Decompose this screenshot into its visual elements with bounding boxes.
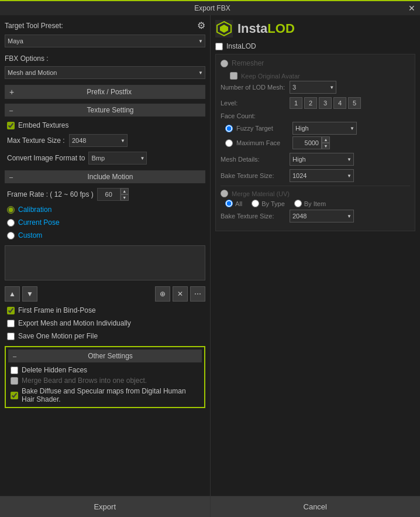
svg-marker-1 [220,25,228,33]
max-texture-size-row: Max Texture Size : 2048 [5,133,205,148]
fuzzy-target-select-wrapper: High [292,122,357,135]
prefix-expand-icon[interactable]: + [9,87,14,97]
target-preset-row: Target Tool Preset: ⚙ [5,20,205,31]
custom-row: Custom [5,230,205,241]
delete-hidden-faces-checkbox[interactable] [11,367,18,374]
convert-image-select-wrapper: Bmp [88,152,147,165]
main-content: Target Tool Preset: ⚙ Maya FBX Options :… [0,15,420,496]
level-btn-2[interactable]: 2 [304,97,317,109]
motion-up-btn[interactable]: ▲ [5,286,20,302]
motion-extra-btn[interactable]: ⋯ [190,286,205,302]
instalod-title: InstaLOD [237,21,295,36]
merge-bytype-radio[interactable] [252,200,259,207]
merge-byitem-option: By Item [294,200,326,207]
current-pose-radio[interactable] [7,219,15,227]
motion-section-header: – Include Motion [5,170,205,183]
instalod-checkbox-row: InstaLOD [215,42,415,50]
num-lod-select[interactable]: 3 [290,81,336,94]
motion-down-btn[interactable]: ▼ [22,286,37,302]
merge-material-radio[interactable] [221,190,228,197]
cancel-button[interactable]: Cancel [211,497,421,517]
first-frame-checkbox[interactable] [7,307,15,314]
level-label: Level: [221,100,285,107]
bake-diffuse-row: Bake Diffuse and Specular maps from Digi… [8,386,202,405]
frame-rate-row: Frame Rate : ( 12 ~ 60 fps ) ▲ ▼ [5,187,205,202]
merge-byitem-radio[interactable] [294,200,302,207]
num-lod-label: Number of LOD Mesh: [221,84,285,91]
close-button[interactable]: ✕ [408,4,415,13]
face-count-options: Fuzzy Target High Maximum Face [221,122,410,149]
current-pose-label: Current Pose [18,218,60,227]
level-btn-1[interactable]: 1 [290,97,302,109]
maximum-face-radio[interactable] [225,139,233,147]
fbx-options-select-wrapper: Mesh and Motion [5,66,205,79]
motion-remove-btn[interactable]: ✕ [173,286,188,302]
custom-radio[interactable] [7,232,15,239]
merge-all-radio[interactable] [225,200,233,207]
other-settings-header: – Other Settings [8,350,202,362]
title-bar: Export FBX ✕ [0,0,420,15]
instalod-logo-icon [216,20,232,37]
motion-collapse-btn[interactable]: – [9,173,16,180]
bake-diffuse-label: Bake Diffuse and Specular maps from Digi… [22,387,199,403]
frame-rate-input[interactable] [97,188,121,201]
merge-bake-texture-size-label: Bake Texture Size: [221,213,285,220]
fuzzy-target-select[interactable]: High [292,122,357,135]
texture-collapse-btn[interactable]: – [9,107,16,114]
export-button[interactable]: Export [0,497,211,517]
max-texture-size-select[interactable]: 2048 [69,134,128,147]
frame-rate-down-btn[interactable]: ▼ [121,194,129,201]
calibration-radio[interactable] [7,206,15,214]
export-individually-label: Export Mesh and Motion Individually [18,319,131,327]
prefix-header: + Prefix / Postfix [5,85,205,99]
embed-textures-row: Embed Textures [5,120,205,131]
right-panel: InstaLOD InstaLOD Remesher Keep Original… [211,15,420,496]
fuzzy-target-label: Fuzzy Target [236,125,289,132]
frame-rate-spinbox: ▲ ▼ [97,188,129,201]
bake-diffuse-checkbox[interactable] [11,392,18,399]
remesher-header-row: Remesher [221,59,410,67]
merge-material-label: Merge Material (UV) [232,190,290,197]
merge-bake-texture-size-select[interactable]: 2048 [290,210,354,222]
export-individually-checkbox[interactable] [7,320,15,327]
maximum-face-down-btn[interactable]: ▼ [322,143,330,149]
maximum-face-label: Maximum Face [236,139,289,146]
level-btn-5[interactable]: 5 [348,97,361,109]
fbx-options-select[interactable]: Mesh and Motion [5,66,205,79]
level-btn-3[interactable]: 3 [319,97,332,109]
mesh-details-select[interactable]: High [290,153,354,166]
convert-image-select[interactable]: Bmp [88,152,147,165]
convert-image-row: Convert Image Format to Bmp [5,150,205,166]
save-one-motion-checkbox[interactable] [7,333,15,340]
gear-icon[interactable]: ⚙ [197,20,205,31]
bake-texture-size-label: Bake Texture Size: [221,172,285,179]
fuzzy-target-row: Fuzzy Target High [225,122,410,135]
merge-bake-texture-size-row: Bake Texture Size: 2048 [221,210,410,222]
motion-buttons: ▲ ▼ ⊕ ✕ ⋯ [5,285,205,303]
remesher-section: Remesher Keep Original Avatar Number of … [215,54,415,231]
maximum-face-up-btn[interactable]: ▲ [322,136,330,143]
merge-beard-checkbox[interactable] [11,377,18,385]
other-settings-box: – Other Settings Delete Hidden Faces Mer… [5,346,205,408]
remesher-label: Remesher [232,59,264,67]
remesher-radio[interactable] [221,60,228,67]
face-count-section: Face Count: Fuzzy Target High [221,112,410,149]
instalod-header: InstaLOD [215,20,415,37]
motion-add-btn[interactable]: ⊕ [155,286,170,302]
fuzzy-target-radio[interactable] [225,125,233,132]
frame-rate-label: Frame Rate : ( 12 ~ 60 fps ) [7,190,94,198]
instalod-checkbox[interactable] [215,43,223,50]
motion-textarea[interactable] [5,245,205,280]
level-btn-4[interactable]: 4 [333,97,346,109]
bake-texture-size-select[interactable]: 1024 [290,169,354,182]
bake-texture-size-row: Bake Texture Size: 1024 [221,169,410,182]
frame-rate-up-btn[interactable]: ▲ [121,188,129,194]
other-settings-collapse-btn[interactable]: – [13,352,20,359]
target-preset-select[interactable]: Maya [5,35,205,47]
maximum-face-input[interactable] [292,136,322,149]
keep-original-checkbox[interactable] [230,72,237,80]
convert-image-label: Convert Image Format to [7,154,85,162]
save-one-motion-label: Save One Motion per File [18,332,98,340]
instalod-checkbox-label: InstaLOD [226,42,256,50]
embed-textures-checkbox[interactable] [7,122,15,129]
